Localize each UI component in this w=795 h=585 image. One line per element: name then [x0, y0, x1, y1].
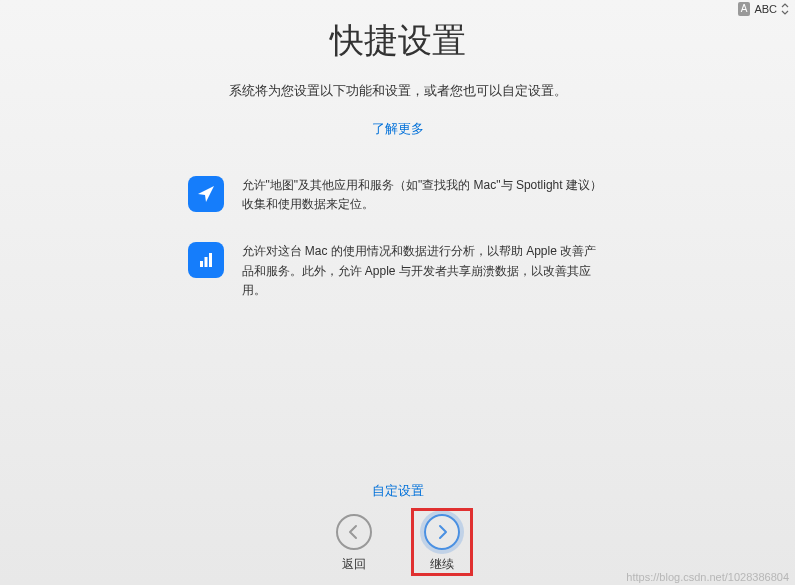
location-arrow-icon: [188, 176, 224, 212]
input-method-indicator[interactable]: A ABC: [738, 2, 789, 16]
page-subtitle: 系统将为您设置以下功能和设置，或者您也可以自定设置。: [229, 82, 567, 100]
bar-chart-icon: [188, 242, 224, 278]
back-label: 返回: [342, 556, 366, 573]
input-mode-label: ABC: [754, 3, 777, 15]
page-title: 快捷设置: [330, 18, 466, 64]
feature-list: 允许"地图"及其他应用和服务（如"查找我的 Mac"与 Spotlight 建议…: [188, 176, 608, 300]
bottom-area: 自定设置 返回 继续: [0, 482, 795, 573]
input-badge: A: [738, 2, 751, 16]
continue-button[interactable]: 继续: [424, 514, 460, 573]
svg-rect-2: [209, 253, 212, 267]
learn-more-link[interactable]: 了解更多: [372, 120, 424, 138]
nav-buttons: 返回 继续: [336, 514, 460, 573]
back-button[interactable]: 返回: [336, 514, 372, 573]
customize-link[interactable]: 自定设置: [372, 482, 424, 500]
svg-rect-0: [200, 261, 203, 267]
chevron-updown-icon: [781, 3, 789, 16]
feature-text: 允许"地图"及其他应用和服务（如"查找我的 Mac"与 Spotlight 建议…: [242, 176, 608, 214]
svg-rect-1: [204, 257, 207, 267]
arrow-left-icon: [336, 514, 372, 550]
feature-text: 允许对这台 Mac 的使用情况和数据进行分析，以帮助 Apple 改善产品和服务…: [242, 242, 608, 300]
feature-row: 允许"地图"及其他应用和服务（如"查找我的 Mac"与 Spotlight 建议…: [188, 176, 608, 214]
arrow-right-icon: [424, 514, 460, 550]
feature-row: 允许对这台 Mac 的使用情况和数据进行分析，以帮助 Apple 改善产品和服务…: [188, 242, 608, 300]
watermark: https://blog.csdn.net/1028386804: [626, 571, 789, 583]
continue-label: 继续: [430, 556, 454, 573]
